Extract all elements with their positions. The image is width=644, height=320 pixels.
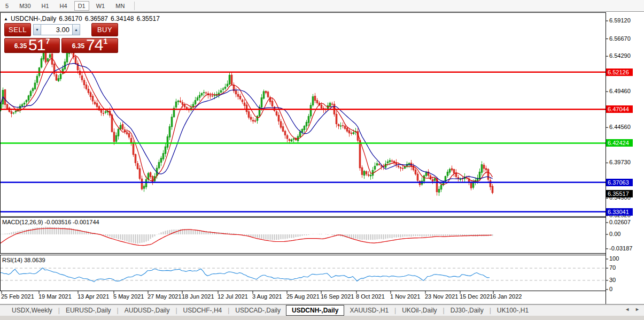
- volume-input[interactable]: 3.00: [41, 24, 72, 35]
- date-axis-label: 27 May 2021: [148, 293, 182, 300]
- ohlc-low: 6.34148: [111, 15, 134, 22]
- chart-tab-eurusd-daily[interactable]: EURUSD-,Daily: [60, 306, 117, 315]
- buy-price-prefix: 6.35: [72, 42, 84, 50]
- rsi-label: RSI(14) 38.0639: [2, 257, 45, 263]
- date-axis-label: 25 Aug 2021: [286, 293, 320, 300]
- price-axis-label: 100: [609, 255, 619, 262]
- date-axis-label: 19 Mar 2021: [38, 293, 72, 300]
- sell-price-panel[interactable]: 6.35 51 7: [4, 38, 60, 53]
- price-level-badge: 6.52126: [606, 68, 633, 76]
- tab-scroll-right-button[interactable]: ►: [635, 307, 640, 312]
- collapse-icon[interactable]: ▲: [4, 17, 8, 21]
- date-axis-label: 8 Oct 2021: [356, 293, 385, 300]
- sell-button[interactable]: SELL: [4, 23, 31, 36]
- buy-button[interactable]: BUY: [91, 23, 118, 36]
- price-level-badge: 6.37063: [606, 179, 633, 186]
- ohlc-close: 6.35517: [136, 15, 159, 22]
- toolbar-divider: [134, 2, 135, 10]
- date-axis-label: 15 Dec 2021: [460, 293, 493, 300]
- chart-tab-uk100-h1[interactable]: UK100-,H1: [492, 306, 534, 315]
- price-level-badge: 6.47044: [606, 105, 633, 113]
- symbol-label: USDCNH-,Daily: [11, 15, 56, 22]
- chart-tab-usdcad-daily[interactable]: USDCAD-,Daily: [230, 306, 286, 315]
- date-axis-label: 16 Sep 2021: [321, 293, 354, 300]
- price-axis-label: 6.39730: [609, 159, 631, 165]
- date-axis-label: 5 May 2021: [113, 293, 144, 300]
- one-click-trade-panel: SELL ▼ 3.00 ▲ BUY 6.35 51 7 6.35 74 1: [4, 22, 119, 53]
- price-axis-label: 6.59120: [609, 17, 631, 24]
- macd-label: MACD(12,26,9) -0.003516 -0.001744: [2, 219, 99, 225]
- timeframe-button-M30[interactable]: M30: [15, 1, 34, 11]
- price-axis-label: 0.00: [609, 231, 620, 237]
- timeframe-button-W1[interactable]: W1: [92, 1, 109, 11]
- price-axis-label: -0.03187: [609, 245, 632, 252]
- price-level-badge: 6.35517: [606, 190, 633, 197]
- timeframe-button-5[interactable]: 5: [2, 1, 12, 11]
- chart-tab-usdchf-h4[interactable]: USDCHF-,H4: [178, 306, 228, 315]
- sell-price-pips: 51: [28, 39, 45, 51]
- chart-tab-usdx-weekly[interactable]: USDX,Weekly: [6, 306, 58, 315]
- price-axis-label: 30: [609, 277, 616, 283]
- buy-price-panel[interactable]: 6.35 74 1: [61, 38, 118, 53]
- volume-decrease-button[interactable]: ▼: [33, 24, 41, 35]
- date-axis-label: 25 Feb 2021: [1, 293, 34, 300]
- price-axis-label: 6.49460: [609, 88, 631, 94]
- timeframe-button-D1[interactable]: D1: [74, 1, 89, 11]
- price-axis-label: 70: [609, 264, 616, 271]
- chart-tab-dj30-daily[interactable]: DJ30-,Daily: [445, 306, 489, 315]
- price-axis-label: 6.44560: [609, 124, 631, 130]
- price-axis-label: 0.02607: [609, 219, 631, 225]
- date-axis-label: 6 Jan 2022: [493, 293, 522, 300]
- date-axis-label: 12 Jul 2021: [218, 293, 248, 300]
- buy-price-fraction: 1: [103, 37, 107, 45]
- chart-tab-xauusd-h1[interactable]: XAUUSD-,H1: [344, 306, 394, 315]
- volume-increase-button[interactable]: ▲: [72, 24, 80, 35]
- tab-scroll-left-button[interactable]: ◄: [625, 307, 630, 312]
- price-axis-label: 6.56670: [609, 35, 631, 42]
- chart-tab-usdcnh-daily[interactable]: USDCNH-,Daily: [286, 305, 344, 316]
- timeframe-button-MN[interactable]: MN: [112, 1, 128, 11]
- date-axis-label: 13 Apr 2021: [77, 293, 109, 300]
- date-axis-label: 3 Aug 2021: [252, 293, 282, 300]
- price-axis-border: [606, 12, 606, 304]
- sell-price-fraction: 7: [45, 37, 50, 45]
- timeframe-button-H4[interactable]: H4: [56, 1, 71, 11]
- price-level-badge: 6.42424: [606, 139, 633, 147]
- status-strip: [0, 316, 644, 320]
- chart-title: ▲ USDCNH-,Daily 6.36170 6.36587 6.34148 …: [4, 15, 160, 22]
- date-axis-label: 1 Nov 2021: [390, 293, 420, 300]
- chart-tab-audusd-daily[interactable]: AUDUSD-,Daily: [119, 306, 175, 315]
- ohlc-high: 6.36587: [85, 15, 108, 22]
- price-level-badge: 6.33041: [606, 208, 633, 216]
- up-arrow-icon: ▲: [74, 28, 78, 32]
- chart-tab-bar: USDX,Weekly|EURUSD-,Daily|AUDUSD-,Daily|…: [0, 304, 644, 316]
- date-axis-label: 23 Nov 2021: [425, 293, 458, 300]
- sell-price-prefix: 6.35: [14, 42, 27, 50]
- timeframe-toolbar: 5M30H1H4D1W1MN: [0, 0, 644, 12]
- ohlc-open: 6.36170: [59, 15, 82, 22]
- date-axis-label: 18 Jun 2021: [182, 293, 214, 300]
- price-axis-label: 0: [609, 286, 612, 292]
- price-axis-label: 6.54290: [609, 52, 631, 59]
- chart-tab-ukoil-daily[interactable]: UKOil-,Daily: [397, 306, 442, 315]
- buy-price-pips: 74: [86, 39, 103, 51]
- down-arrow-icon: ▼: [35, 28, 39, 32]
- timeframe-button-H1[interactable]: H1: [38, 1, 53, 11]
